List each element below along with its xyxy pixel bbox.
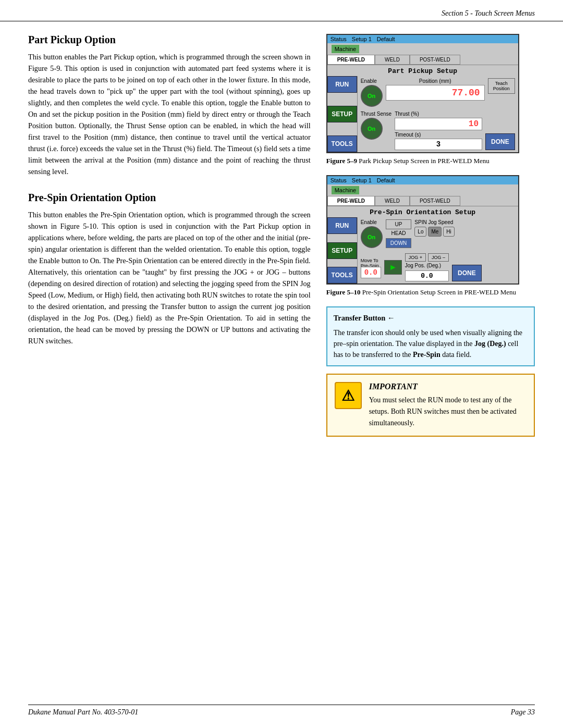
- figure2-text: Pre-Spin Orientation Setup Screen in PRE…: [362, 288, 516, 296]
- section2: Pre-Spin Orientation Option This button …: [28, 192, 311, 347]
- screen2-row1: Enable On UP HEAD DOWN SPIN Jog Speed: [361, 219, 515, 248]
- screen1-thrust-timeout-group: Thrust (%) 10 Timeout (s) 3: [395, 111, 482, 150]
- screen2-prespin-value[interactable]: 0.0: [361, 267, 381, 278]
- screen2-head-label: HEAD: [386, 230, 412, 236]
- screen2-moveto-label: Move To: [361, 258, 381, 263]
- screen1-enable-btn[interactable]: On: [361, 85, 383, 107]
- screen2-down-btn[interactable]: DOWN: [386, 238, 412, 248]
- screen2-jog-minus-btn[interactable]: JOG –: [428, 253, 449, 262]
- screen2-lo-btn[interactable]: Lo: [414, 227, 426, 237]
- important-icon: ⚠: [335, 382, 362, 409]
- screen2-spin-speed-group: SPIN Jog Speed Lo Me Hi: [414, 219, 454, 237]
- screen2-spin-speed-label: SPIN Jog Speed: [414, 219, 454, 225]
- screen2-head-btns: UP HEAD DOWN: [386, 219, 412, 248]
- screen2-transfer-btn[interactable]: ►: [384, 260, 402, 275]
- screen2-content: Enable On UP HEAD DOWN SPIN Jog Speed: [358, 217, 518, 283]
- screen2-machine: Machine: [332, 186, 360, 194]
- screen1-topbar: Status Setup 1 Default: [327, 35, 518, 43]
- screen2-jog-row: JOG + JOG –: [405, 253, 449, 262]
- screen2-jog-controls: JOG + JOG – Jog Pos. (Deg.) 0.0: [405, 253, 449, 281]
- important-box: ⚠ IMPORTANT You must select the RUN mode…: [326, 374, 535, 437]
- screen2-tab-weld[interactable]: WELD: [375, 196, 410, 206]
- screen2-done-btn[interactable]: DONE: [452, 265, 482, 281]
- screen1-tab-postweld[interactable]: POST-WELD: [410, 55, 460, 65]
- screen1-teach-btn[interactable]: Teach Position: [488, 78, 515, 94]
- figure1-text: Park Pickup Setup Screen in PRE-WELD Men…: [359, 157, 489, 165]
- important-body: You must select the RUN mode to test any…: [369, 394, 527, 428]
- screen1-enable-group: Enable On: [361, 78, 383, 107]
- screen2-setup-btn[interactable]: SETUP: [327, 242, 357, 259]
- screen2-enable-group: Enable On: [361, 219, 383, 248]
- screen2-tab-preweld[interactable]: PRE-WELD: [327, 196, 375, 206]
- screen2-default: Default: [377, 177, 395, 183]
- screen1-default: Default: [377, 36, 395, 42]
- screen1-tab-preweld[interactable]: PRE-WELD: [327, 55, 375, 65]
- screen2-jog-plus-btn[interactable]: JOG +: [405, 253, 426, 262]
- screen1-machine-row: Machine: [327, 43, 518, 55]
- figure2-caption: Figure 5–10 Pre-Spin Orientation Setup S…: [326, 288, 535, 297]
- screen1-row2: Thrust Sense On Thrust (%) 10 Timeo: [361, 111, 515, 150]
- screen1-content: Enable On Position (mm) 77.00 Teach Posi…: [358, 76, 518, 152]
- screen1-timeout-value[interactable]: 3: [395, 139, 482, 150]
- screen2-hi-btn[interactable]: Hi: [443, 227, 454, 237]
- screen2-nav: RUN SETUP TOOLS: [327, 217, 358, 283]
- screen2-body: RUN SETUP TOOLS Enable On: [327, 217, 518, 283]
- screen2-jog-pos-value[interactable]: 0.0: [405, 270, 449, 281]
- screen1-run-btn[interactable]: RUN: [327, 76, 357, 93]
- right-column: Status Setup 1 Default Machine PRE-WELD …: [326, 34, 535, 437]
- figure1-caption: Figure 5–9 Park Pickup Setup Screen in P…: [326, 156, 535, 166]
- section1-body: This button enables the Part Pickup opti…: [28, 51, 311, 177]
- important-title: IMPORTANT: [369, 382, 527, 391]
- header-text: Section 5 - Touch Screen Menus: [442, 9, 535, 17]
- transfer-arrow-icon: ►: [389, 263, 397, 272]
- screen1-thrust-sense-label: Thrust Sense: [361, 111, 391, 117]
- screen1-machine: Machine: [332, 45, 360, 53]
- screen2-jog-pos-label: Jog Pos. (Deg.): [405, 263, 449, 268]
- screen2-tools-btn[interactable]: TOOLS: [327, 267, 357, 283]
- figure2-number: Figure 5–10: [326, 288, 361, 296]
- screen1-timeout-label: Timeout (s): [395, 132, 482, 138]
- screen2-tab-postweld[interactable]: POST-WELD: [410, 196, 460, 206]
- screen1-setup-btn[interactable]: SETUP: [327, 106, 357, 122]
- screen2-enable-btn[interactable]: On: [361, 226, 383, 248]
- footer-right: Page 33: [511, 708, 535, 717]
- screen2-tabs: PRE-WELD WELD POST-WELD: [327, 196, 518, 206]
- screen2-setup: Setup 1: [352, 177, 372, 183]
- page-header: Section 5 - Touch Screen Menus: [0, 0, 563, 21]
- screen1-row1: Enable On Position (mm) 77.00 Teach Posi…: [361, 78, 515, 107]
- screen2-me-btn[interactable]: Me: [428, 227, 442, 237]
- screen2-run-btn[interactable]: RUN: [327, 217, 357, 234]
- screen2-machine-row: Machine: [327, 184, 518, 196]
- screen1-thrust-group: Thrust (%) 10: [395, 111, 482, 130]
- screen1-thrust-sense-btn[interactable]: On: [361, 118, 383, 140]
- left-column: Part Pickup Option This button enables t…: [28, 34, 311, 437]
- screen1-tools-btn[interactable]: TOOLS: [327, 135, 357, 152]
- screen1-body: RUN SETUP TOOLS Enable On: [327, 76, 518, 152]
- screen2-mockup: Status Setup 1 Default Machine PRE-WELD …: [326, 175, 519, 285]
- screen1-thrust-value[interactable]: 10: [395, 118, 482, 130]
- transfer-callout-body: The transfer icon should only be used wh…: [334, 327, 528, 360]
- screen1-timeout-group: Timeout (s) 3: [395, 132, 482, 150]
- screen1-tab-weld[interactable]: WELD: [375, 55, 410, 65]
- screen1-mockup: Status Setup 1 Default Machine PRE-WELD …: [326, 34, 519, 153]
- page-footer: Dukane Manual Part No. 403-570-01 Page 3…: [28, 705, 535, 717]
- section2-title: Pre-Spin Orientation Option: [28, 192, 311, 204]
- screen2-up-btn[interactable]: UP: [386, 219, 412, 229]
- screen1-position-label: Position (mm): [386, 78, 485, 84]
- screen1-thrust-sense-group: Thrust Sense On: [361, 111, 391, 140]
- screen1-position-value[interactable]: 77.00: [386, 85, 485, 101]
- screen1-position-group: Position (mm) 77.00: [386, 78, 485, 101]
- section1-title: Part Pickup Option: [28, 34, 311, 46]
- screen1-thrust-label: Thrust (%): [395, 111, 482, 117]
- screen1-status: Status: [331, 36, 347, 42]
- screen1-nav: RUN SETUP TOOLS: [327, 76, 358, 152]
- screen1-done-btn[interactable]: DONE: [485, 133, 515, 150]
- important-content: IMPORTANT You must select the RUN mode t…: [369, 382, 527, 428]
- screen1-tabs: PRE-WELD WELD POST-WELD: [327, 55, 518, 65]
- screen2-spin-speed-btns: Lo Me Hi: [414, 227, 454, 237]
- section2-body: This button enables the Pre-Spin Orienta…: [28, 209, 311, 347]
- screen2-moveto-group: Move To Pre-Spin 0.0: [361, 258, 381, 277]
- screen2-status: Status: [331, 177, 347, 183]
- screen1-setup: Setup 1: [352, 36, 372, 42]
- screen2-title: Pre-Spin Orientation Setup: [327, 206, 518, 217]
